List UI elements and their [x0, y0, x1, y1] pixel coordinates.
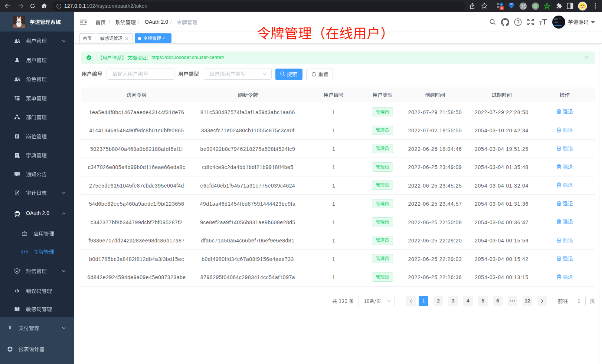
svg-text:9: 9 [501, 6, 503, 10]
